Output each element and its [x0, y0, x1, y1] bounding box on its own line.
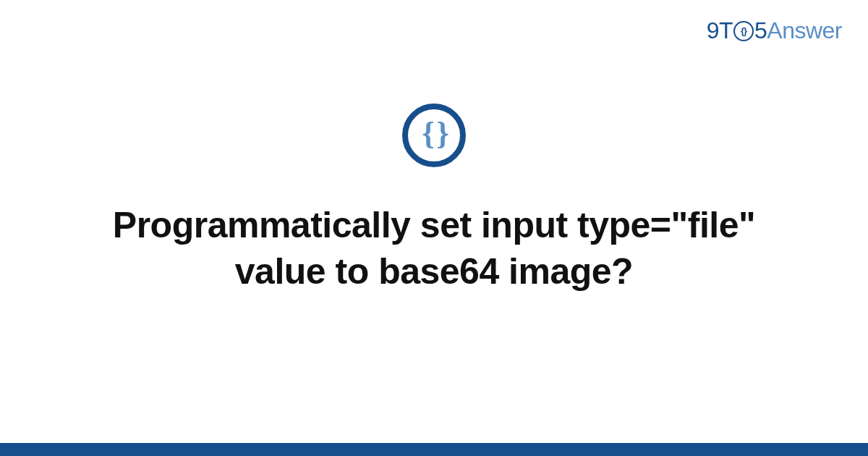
footer-accent-bar: [0, 443, 868, 456]
topic-icon-wrap: { }: [402, 104, 466, 167]
code-braces-icon: { }: [402, 104, 466, 167]
question-title: Programmatically set input type="file" v…: [72, 202, 796, 295]
main-content: { } Programmatically set input type="fil…: [0, 0, 868, 456]
